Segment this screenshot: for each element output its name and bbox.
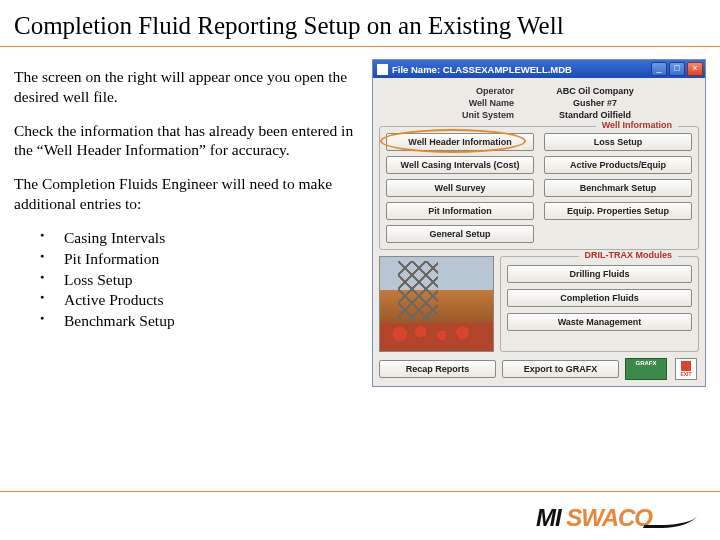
general-setup-button[interactable]: General Setup	[386, 225, 534, 243]
bullet-item: Benchmark Setup	[34, 311, 364, 331]
bullet-item: Casing Intervals	[34, 228, 364, 248]
window-titlebar: File Name: CLASSEXAMPLEWELL.MDB _ □ ×	[373, 60, 705, 78]
pit-information-button[interactable]: Pit Information	[386, 202, 534, 220]
body-text: The screen on the right will appear once…	[14, 59, 364, 387]
unitsystem-value: Standard Oilfield	[520, 110, 670, 120]
mi-swaco-logo: MI SWACO	[536, 504, 696, 532]
completion-fluids-button[interactable]: Completion Fluids	[507, 289, 692, 307]
exit-label: EXIT	[680, 371, 691, 377]
casing-intervals-button[interactable]: Well Casing Intervals (Cost)	[386, 156, 534, 174]
maximize-button[interactable]: □	[669, 62, 685, 76]
window-title: File Name: CLASSEXAMPLEWELL.MDB	[392, 64, 651, 75]
well-survey-button[interactable]: Well Survey	[386, 179, 534, 197]
rig-photo	[379, 256, 494, 352]
exit-icon	[681, 361, 691, 371]
recap-reports-button[interactable]: Recap Reports	[379, 360, 496, 378]
wellname-label: Well Name	[404, 98, 514, 108]
paragraph-3: The Completion Fluids Engineer will need…	[14, 174, 364, 214]
modules-group: DRIL-TRAX Modules Drilling Fluids Comple…	[500, 256, 699, 352]
wellname-value: Gusher #7	[520, 98, 670, 108]
export-grafx-button[interactable]: Export to GRAFX	[502, 360, 619, 378]
well-header-info-button[interactable]: Well Header Information	[386, 133, 534, 151]
bullet-list: Casing Intervals Pit Information Loss Se…	[34, 228, 364, 331]
drilling-fluids-button[interactable]: Drilling Fluids	[507, 265, 692, 283]
well-info-legend: Well Information	[596, 120, 678, 130]
bullet-item: Active Products	[34, 290, 364, 310]
grafx-badge[interactable]: GRAFX	[625, 358, 667, 380]
title-rule	[0, 46, 720, 47]
paragraph-2: Check the information that has already b…	[14, 121, 364, 161]
logo-swoosh-icon	[643, 508, 702, 528]
app-icon	[377, 64, 388, 75]
logo-part-m: M	[536, 504, 555, 532]
minimize-button[interactable]: _	[651, 62, 667, 76]
unitsystem-label: Unit System	[404, 110, 514, 120]
well-summary: Operator ABC Oil Company Well Name Gushe…	[404, 86, 674, 120]
operator-value: ABC Oil Company	[520, 86, 670, 96]
slide-title: Completion Fluid Reporting Setup on an E…	[0, 0, 720, 46]
logo-part-i: I	[555, 504, 561, 532]
waste-management-button[interactable]: Waste Management	[507, 313, 692, 331]
logo-part-swaco: SWACO	[566, 504, 652, 532]
operator-label: Operator	[404, 86, 514, 96]
app-window: File Name: CLASSEXAMPLEWELL.MDB _ □ × Op…	[372, 59, 706, 387]
footer-rule	[0, 491, 720, 492]
active-products-button[interactable]: Active Products/Equip	[544, 156, 692, 174]
equip-properties-button[interactable]: Equip. Properties Setup	[544, 202, 692, 220]
benchmark-setup-button[interactable]: Benchmark Setup	[544, 179, 692, 197]
loss-setup-button[interactable]: Loss Setup	[544, 133, 692, 151]
modules-legend: DRIL-TRAX Modules	[579, 250, 679, 260]
well-information-group: Well Information Well Header Information…	[379, 126, 699, 250]
paragraph-1: The screen on the right will appear once…	[14, 67, 364, 107]
bullet-item: Pit Information	[34, 249, 364, 269]
bullet-item: Loss Setup	[34, 270, 364, 290]
exit-button[interactable]: EXIT	[675, 358, 697, 380]
close-button[interactable]: ×	[687, 62, 703, 76]
